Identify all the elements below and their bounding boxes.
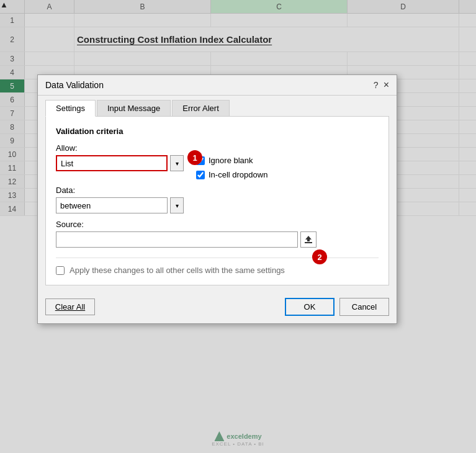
- source-select-button[interactable]: 2: [300, 231, 317, 248]
- dialog-titlebar: Data Validation ? ×: [38, 75, 397, 96]
- allow-dropdown-btn[interactable]: ▾: [170, 155, 184, 171]
- data-validation-dialog: Data Validation ? × Settings Input Messa…: [37, 74, 397, 324]
- tab-input-message[interactable]: Input Message: [97, 100, 171, 117]
- watermark: exceldemy EXCEL • DATA • BI: [212, 431, 264, 447]
- upload-icon: [303, 235, 313, 244]
- footer-right-buttons: OK Cancel: [285, 298, 389, 316]
- help-button[interactable]: ?: [374, 80, 379, 90]
- source-input[interactable]: [56, 231, 298, 248]
- data-dropdown-btn[interactable]: ▾: [170, 197, 184, 213]
- ok-button[interactable]: OK: [285, 298, 335, 316]
- badge-2: 2: [312, 249, 327, 264]
- source-label: Source:: [56, 220, 84, 229]
- close-button[interactable]: ×: [384, 80, 389, 90]
- data-control-row: ▾: [56, 197, 379, 213]
- tab-settings[interactable]: Settings: [45, 100, 96, 117]
- dialog-tabs: Settings Input Message Error Alert: [38, 96, 397, 116]
- tab-error-alert[interactable]: Error Alert: [172, 100, 230, 117]
- incell-dropdown-item: In-cell dropdown: [196, 170, 267, 179]
- ignore-blank-item: Ignore blank: [196, 156, 267, 165]
- allow-row: Allow: ▾ 1 Ignore blank: [56, 143, 379, 179]
- dialog-footer: Clear All OK Cancel: [38, 293, 397, 323]
- svg-rect-0: [305, 242, 312, 243]
- allow-input[interactable]: [56, 155, 168, 171]
- dialog-controls: ? ×: [374, 80, 389, 90]
- allow-control-row: ▾ 1: [56, 155, 184, 171]
- watermark-name: exceldemy: [227, 433, 261, 440]
- cancel-button[interactable]: Cancel: [339, 298, 389, 316]
- apply-row: Apply these changes to all other cells w…: [56, 258, 379, 275]
- checkbox-group: Ignore blank In-cell dropdown: [196, 143, 267, 179]
- dialog-title: Data Validation: [45, 80, 104, 90]
- incell-dropdown-label: In-cell dropdown: [209, 170, 267, 179]
- data-group: Data: ▾: [56, 186, 379, 213]
- modal-overlay: Data Validation ? × Settings Input Messa…: [0, 0, 476, 453]
- section-title: Validation criteria: [56, 127, 379, 136]
- badge-1: 1: [187, 150, 202, 165]
- apply-label: Apply these changes to all other cells w…: [70, 266, 285, 275]
- spreadsheet: ▲ A B C D 1 2 Constructing Cost Inflatio…: [0, 0, 476, 453]
- data-label: Data:: [56, 186, 379, 195]
- allow-group: Allow: ▾ 1: [56, 143, 184, 171]
- ignore-blank-label: Ignore blank: [209, 156, 253, 165]
- data-input[interactable]: [56, 197, 168, 213]
- svg-marker-1: [305, 236, 312, 241]
- watermark-tagline: EXCEL • DATA • BI: [212, 441, 264, 447]
- source-group: Source: 2: [56, 220, 379, 248]
- apply-checkbox[interactable]: [56, 266, 65, 275]
- allow-label: Allow:: [56, 143, 184, 153]
- source-row: 2: [56, 231, 379, 248]
- incell-dropdown-checkbox[interactable]: [196, 171, 205, 179]
- clear-all-button[interactable]: Clear All: [45, 298, 95, 315]
- dialog-body: Validation criteria Allow: ▾ 1: [45, 116, 389, 285]
